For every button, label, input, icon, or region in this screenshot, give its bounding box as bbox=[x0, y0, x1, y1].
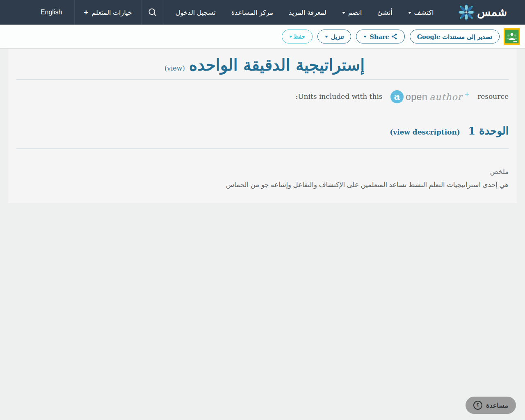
openauthor-a-icon: a bbox=[390, 90, 404, 103]
page-title: إستراتيجية الدقيقة الواحده(view) bbox=[16, 55, 509, 74]
summary-text: هي إحدى استراتيجيات التعلم النشط تساعد ا… bbox=[16, 179, 509, 190]
unit-view-description-link[interactable]: (view description) bbox=[390, 128, 460, 136]
nav-item-help-center[interactable]: مركز المساعدة bbox=[224, 0, 281, 25]
resource-card: إستراتيجية الدقيقة الواحده(view) Units i… bbox=[8, 49, 517, 203]
chevron-down-icon bbox=[342, 12, 345, 14]
download-button[interactable]: تنزيل bbox=[317, 30, 351, 43]
unit-title-link[interactable]: الوحدة 1 bbox=[468, 125, 509, 137]
top-navbar: شمس اكتشف أنشئ bbox=[0, 0, 525, 25]
nav-item-join[interactable]: انضم bbox=[334, 0, 370, 25]
help-label: مساعدة bbox=[486, 402, 508, 409]
chevron-down-icon bbox=[289, 36, 292, 38]
title-section: إستراتيجية الدقيقة الواحده(view) bbox=[16, 49, 509, 80]
openauthor-open-text: open bbox=[406, 91, 427, 103]
shms-pinwheel-icon bbox=[457, 3, 476, 22]
openauthor-logo: a openauthor+ bbox=[390, 90, 470, 103]
chevron-down-icon bbox=[363, 36, 367, 38]
save-button[interactable]: حفظ bbox=[282, 30, 313, 43]
question-mark-icon: ؟ bbox=[473, 401, 482, 410]
share-button[interactable]: Share bbox=[356, 30, 404, 43]
brand-name: شمس bbox=[477, 6, 507, 19]
search-icon bbox=[147, 7, 158, 18]
shms-logo[interactable]: شمس bbox=[457, 0, 507, 25]
units-text-before: Units included with this bbox=[298, 92, 382, 100]
nav-item-label: لمعرفة المزيد bbox=[289, 9, 326, 16]
chevron-down-icon bbox=[325, 36, 328, 38]
share-label: Share bbox=[370, 33, 389, 40]
nav-item-label: تسجيل الدخول bbox=[176, 9, 216, 16]
nav-item-label: أنشئ bbox=[377, 9, 393, 16]
nav-item-learner-options[interactable]: خيارات المتعلم + bbox=[75, 0, 141, 25]
export-google-docs-label: تصدير إلى مستندات Google bbox=[417, 33, 492, 40]
google-classroom-icon bbox=[504, 28, 520, 45]
openauthor-author-text: author bbox=[429, 92, 462, 102]
nav-item-learn-more[interactable]: لمعرفة المزيد bbox=[281, 0, 334, 25]
plus-icon: + bbox=[84, 8, 88, 16]
search-button[interactable] bbox=[142, 0, 164, 25]
navbar-divider bbox=[74, 0, 75, 25]
export-google-docs-button[interactable]: تصدير إلى مستندات Google bbox=[410, 30, 500, 43]
summary-label: ملخص bbox=[16, 168, 509, 176]
nav-item-label: خيارات المتعلم bbox=[91, 9, 132, 16]
title-view-link[interactable]: (view) bbox=[164, 64, 185, 72]
unit-heading: الوحدة 1 (view description) bbox=[8, 125, 517, 137]
google-classroom-share-button[interactable] bbox=[504, 28, 520, 45]
resource-toolbar: تصدير إلى مستندات Google Share تنزيل حفظ bbox=[0, 25, 525, 49]
navbar-divider bbox=[141, 0, 142, 25]
help-button[interactable]: مساعدة ؟ bbox=[466, 397, 516, 414]
nav-item-label: اكتشف bbox=[414, 9, 434, 16]
download-label: تنزيل bbox=[331, 33, 344, 40]
nav-item-login[interactable]: تسجيل الدخول bbox=[164, 0, 224, 25]
openauthor-plus-mark: + bbox=[464, 91, 470, 98]
nav-item-create[interactable]: أنشئ bbox=[370, 0, 400, 25]
nav-item-discover[interactable]: اكتشف bbox=[400, 0, 442, 25]
section-divider bbox=[16, 148, 509, 149]
share-icon bbox=[391, 33, 397, 40]
nav-item-label: انضم bbox=[348, 9, 362, 16]
units-included-line: Units included with this a openauthor+ r… bbox=[8, 90, 517, 103]
save-label: حفظ bbox=[293, 33, 305, 40]
navbar-divider bbox=[164, 0, 164, 25]
resource-title-text: إستراتيجية الدقيقة الواحده bbox=[189, 55, 365, 74]
chevron-down-icon bbox=[408, 12, 411, 14]
nav-item-label: مركز المساعدة bbox=[231, 9, 273, 16]
summary-section: ملخص هي إحدى استراتيجيات التعلم النشط تس… bbox=[8, 168, 517, 190]
language-switch-english[interactable]: English bbox=[28, 0, 74, 25]
